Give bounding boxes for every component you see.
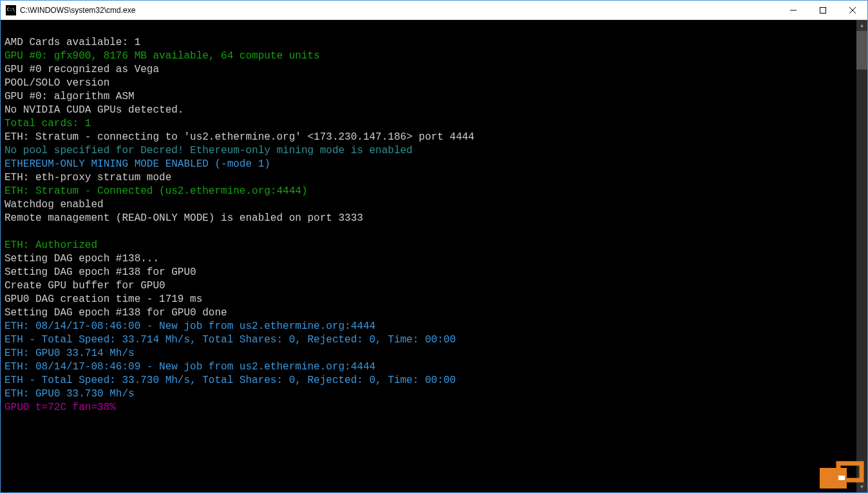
minimize-icon	[790, 7, 797, 14]
terminal-line: No NVIDIA CUDA GPUs detected.	[5, 104, 853, 117]
terminal-line: ETH: Authorized	[5, 239, 853, 252]
terminal-output[interactable]: AMD Cards available: 1GPU #0: gfx900, 81…	[1, 20, 856, 492]
terminal-line: ETHEREUM-ONLY MINING MODE ENABLED (-mode…	[5, 158, 853, 171]
terminal-line: GPU0 t=72C fan=38%	[5, 401, 853, 414]
terminal-line: AMD Cards available: 1	[5, 36, 853, 50]
maximize-button[interactable]	[808, 1, 838, 19]
terminal-line: ETH: eth-proxy stratum mode	[5, 171, 853, 185]
terminal-line: ETH: Stratum - Connected (us2.ethermine.…	[5, 185, 853, 198]
terminal-line: ETH: GPU0 33.714 Mh/s	[5, 347, 853, 360]
terminal-area: AMD Cards available: 1GPU #0: gfx900, 81…	[1, 20, 867, 492]
terminal-line: GPU #0: gfx900, 8176 MB available, 64 co…	[5, 50, 853, 63]
maximize-icon	[820, 7, 826, 14]
terminal-line: GPU #0 recognized as Vega	[5, 63, 853, 77]
cmd-icon	[6, 5, 16, 15]
close-button[interactable]	[838, 1, 867, 19]
minimize-button[interactable]	[778, 1, 808, 19]
window-controls	[778, 1, 867, 19]
terminal-line: Remote management (READ-ONLY MODE) is en…	[5, 212, 853, 225]
watermark-logo	[819, 461, 864, 489]
terminal-line: ETH - Total Speed: 33.714 Mh/s, Total Sh…	[5, 333, 853, 347]
terminal-line: Total cards: 1	[5, 117, 853, 131]
terminal-line: ETH: 08/14/17-08:46:09 - New job from us…	[5, 360, 853, 374]
terminal-line	[5, 225, 853, 239]
terminal-line: Setting DAG epoch #138 for GPU0	[5, 266, 853, 279]
terminal-line: GPU #0: algorithm ASM	[5, 90, 853, 104]
terminal-line: POOL/SOLO version	[5, 77, 853, 90]
scroll-up-button[interactable]: ▲	[856, 20, 867, 31]
window-title: C:\WINDOWS\system32\cmd.exe	[20, 6, 778, 15]
scroll-thumb[interactable]	[856, 31, 867, 70]
terminal-line: Create GPU buffer for GPU0	[5, 279, 853, 293]
terminal-line: Watchdog enabled	[5, 198, 853, 212]
terminal-line	[5, 23, 853, 36]
terminal-line: ETH - Total Speed: 33.730 Mh/s, Total Sh…	[5, 374, 853, 387]
close-icon	[849, 7, 856, 14]
terminal-line: ETH: 08/14/17-08:46:00 - New job from us…	[5, 320, 853, 333]
terminal-line: ETH: GPU0 33.730 Mh/s	[5, 387, 853, 401]
terminal-line: ETH: Stratum - connecting to 'us2.etherm…	[5, 131, 853, 144]
terminal-line: Setting DAG epoch #138...	[5, 252, 853, 266]
cmd-window: C:\WINDOWS\system32\cmd.exe AMD Cards av…	[0, 0, 868, 493]
terminal-line: No pool specified for Decred! Ethereum-o…	[5, 144, 853, 158]
terminal-line: Setting DAG epoch #138 for GPU0 done	[5, 306, 853, 320]
terminal-line: GPU0 DAG creation time - 1719 ms	[5, 293, 853, 306]
svg-rect-1	[820, 7, 826, 13]
scrollbar[interactable]: ▲ ▼	[856, 20, 867, 492]
svg-rect-5	[838, 476, 845, 480]
titlebar[interactable]: C:\WINDOWS\system32\cmd.exe	[1, 1, 867, 20]
